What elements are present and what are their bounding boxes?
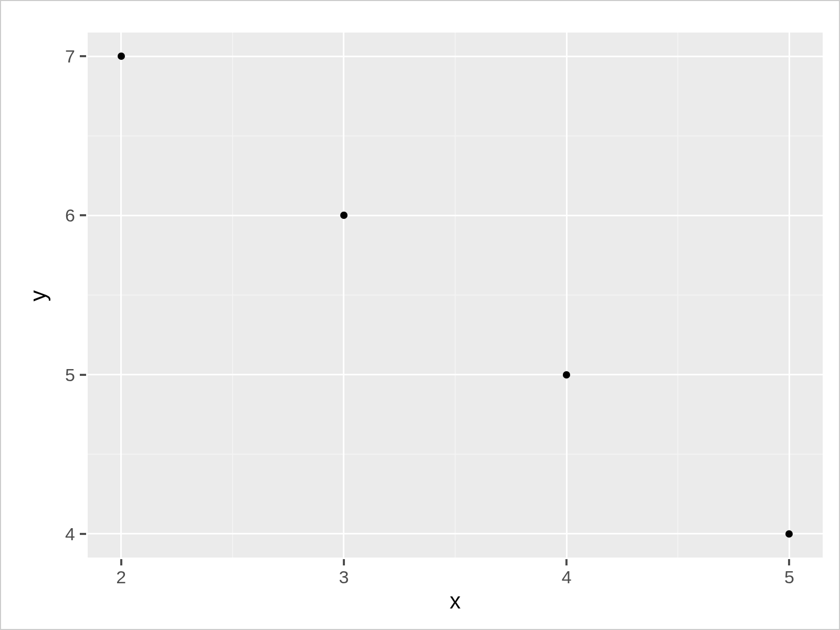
y-tick [80,55,86,57]
grid-major-h [88,215,823,216]
grid-major-v [789,33,790,558]
x-axis-title: x [450,590,461,612]
data-point [118,52,125,60]
data-point [785,530,793,538]
grid-major-v [343,33,344,558]
y-tick-label: 4 [65,525,75,543]
grid-major-h [88,374,823,375]
x-tick-label: 5 [784,568,794,586]
grid-major-h [88,533,823,534]
y-tick [80,533,86,535]
grid-major-v [120,33,122,558]
x-tick [343,559,345,565]
y-axis-title: y [27,290,49,301]
y-tick [80,374,86,376]
grid-minor-h [88,454,823,455]
grid-minor-h [88,135,823,136]
y-tick-label: 5 [65,366,75,384]
y-tick [80,214,86,216]
y-tick-label: 7 [65,47,75,65]
grid-minor-h [88,295,823,296]
chart-frame: y x 23454567 [0,0,840,630]
x-tick [120,559,122,565]
x-tick [565,559,568,565]
grid-major-h [88,56,823,57]
x-tick-label: 3 [339,568,349,586]
y-tick-label: 6 [65,206,75,224]
x-tick-label: 2 [116,568,126,586]
data-point [563,371,570,379]
grid-major-v [566,33,568,558]
x-tick-label: 4 [562,568,572,586]
x-tick [788,559,790,565]
